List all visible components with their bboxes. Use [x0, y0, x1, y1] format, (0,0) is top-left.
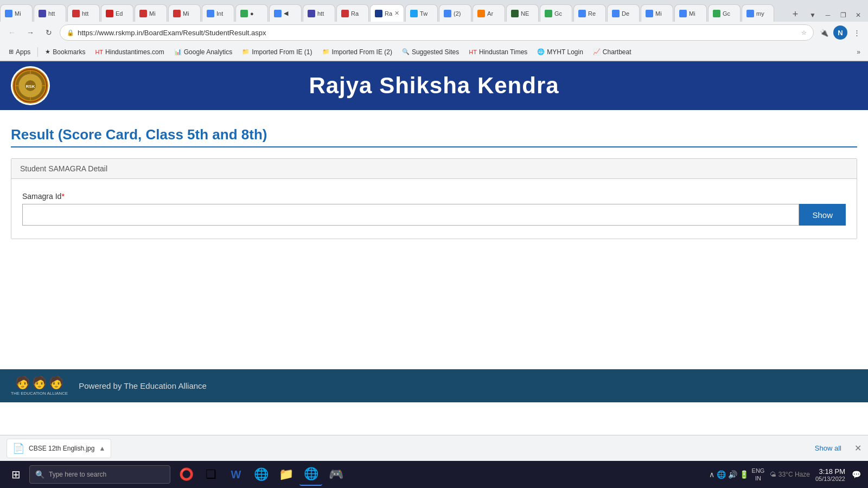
systray: ∧ 🌐 🔊 🔋 [709, 470, 749, 479]
taskbar-app-task-view[interactable]: ❑ [200, 463, 222, 486]
taskbar-app-5[interactable]: 🌐 [250, 463, 272, 486]
footer-figure-1: 🧑 [15, 376, 30, 390]
clock-date: 05/13/2022 [815, 476, 845, 482]
star-icon[interactable]: ☆ [801, 29, 807, 36]
notification-button[interactable]: 💬 [848, 467, 864, 482]
taskbar-app-chrome[interactable]: 🌐 [299, 463, 322, 486]
tab-favicon-3 [72, 10, 80, 17]
tab-10[interactable]: htt [303, 4, 335, 22]
battery-icon[interactable]: 🔋 [739, 470, 749, 479]
bookmark-google-analytics[interactable]: 📊 Google Analytics [170, 47, 237, 57]
tab-14[interactable]: (2) [439, 4, 471, 22]
extensions-button[interactable]: 🔌 [817, 25, 831, 40]
show-button[interactable]: Show [799, 204, 846, 226]
start-button[interactable]: ⊞ [4, 463, 27, 486]
taskbar-search-text: Type here to search [49, 471, 106, 478]
tab-favicon-18 [578, 10, 586, 17]
bookmark-hindustantimes-label: Hindustantimes.com [105, 48, 164, 56]
reload-button[interactable]: ↻ [41, 25, 56, 40]
bookmark-apps-label: Apps [16, 48, 30, 56]
bookmark-myht-label: MYHT Login [547, 48, 583, 56]
search-bar[interactable]: 🔍 Type here to search [29, 465, 170, 484]
bookmark-ie1-label: Imported From IE (1) [252, 48, 312, 56]
taskbar-app-file-explorer[interactable]: 📁 [275, 463, 297, 486]
form-section-header: Student SAMAGRA Detail [11, 159, 857, 179]
tab-1[interactable]: Mi [0, 4, 33, 22]
url-bar[interactable]: 🔒 https://www.rskmp.in/BoardExam/Result/… [60, 24, 814, 41]
tab-favicon-11 [341, 10, 349, 17]
tab-19[interactable]: De [607, 4, 640, 22]
download-show-all-button[interactable]: Show all [810, 442, 846, 454]
word-icon: W [231, 468, 241, 481]
close-button[interactable]: ✕ [852, 9, 865, 22]
tab-list-button[interactable]: ▼ [806, 9, 819, 22]
tab-6[interactable]: Mi [168, 4, 201, 22]
taskbar-app-cortana[interactable]: ⭕ [175, 463, 197, 486]
forward-button[interactable]: → [23, 25, 38, 40]
bookmark-imported-ie1[interactable]: 📁 Imported From IE (1) [238, 47, 316, 57]
tab-5[interactable]: Mi [135, 4, 167, 22]
tab-11[interactable]: Ra [336, 4, 369, 22]
download-close-button[interactable]: ✕ [854, 443, 861, 453]
taskbar-app-7[interactable]: 🎮 [324, 463, 347, 486]
bookmark-bookmarks[interactable]: ★ Bookmarks [41, 47, 90, 57]
tab-20[interactable]: Mi [641, 4, 673, 22]
tab-22[interactable]: Gc [708, 4, 741, 22]
bookmarks-bar: ⊞ Apps ★ Bookmarks HT Hindustantimes.com… [0, 43, 868, 61]
tab-favicon-23 [746, 10, 754, 17]
tab-label-7: Int [216, 10, 229, 17]
bookmark-apps[interactable]: ⊞ Apps [4, 47, 35, 57]
download-filename: CBSE 12th English.jpg [29, 445, 94, 452]
restore-button[interactable]: ❐ [837, 9, 850, 22]
tab-17[interactable]: Gc [540, 4, 572, 22]
tab-7[interactable]: Int [202, 4, 234, 22]
tab-3[interactable]: htt [67, 4, 100, 22]
network-icon[interactable]: 🌐 [717, 470, 726, 479]
show-hidden-icon[interactable]: ∧ [709, 470, 714, 479]
tab-18[interactable]: Re [573, 4, 606, 22]
taskbar-right: ∧ 🌐 🔊 🔋 ENG IN 🌤 33°C Haze 3:18 PM 05/13… [709, 467, 864, 483]
tab-favicon-20 [646, 10, 653, 17]
volume-icon[interactable]: 🔊 [728, 470, 737, 479]
tab-label-16: NE [521, 10, 534, 17]
footer-logo: 🧑 🧑 🧑 THE EDUCATION ALLIANCE [11, 376, 68, 396]
taskbar-clock[interactable]: 3:18 PM 05/13/2022 [815, 467, 845, 482]
minimize-button[interactable]: ─ [821, 9, 834, 22]
samagra-form-group: Samagra Id* Show [22, 192, 846, 226]
download-chevron-icon[interactable]: ▲ [99, 445, 105, 452]
tab-label-2: htt [48, 10, 61, 17]
page-content: RSK Rajya Shiksha Kendra Result (Score C… [0, 61, 868, 402]
footer-logo-text: THE EDUCATION ALLIANCE [11, 391, 68, 396]
tab-12-active[interactable]: Ra ✕ [370, 4, 404, 22]
back-button[interactable]: ← [4, 25, 20, 40]
language-indicator[interactable]: ENG IN [752, 467, 765, 483]
tab-bar: Mi htt htt Ed Mi Mi [0, 0, 868, 22]
tab-close-12[interactable]: ✕ [394, 10, 399, 17]
tab-13[interactable]: Tw [405, 4, 438, 22]
bookmark-separator-1 [37, 47, 38, 57]
new-tab-button[interactable]: + [788, 7, 803, 22]
taskbar-app-word[interactable]: W [225, 463, 247, 486]
tab-4[interactable]: Ed [101, 4, 133, 22]
tab-9[interactable]: ◀ [269, 4, 302, 22]
bookmark-suggested-sites[interactable]: 🔍 Suggested Sites [398, 47, 463, 57]
bookmark-hindustantimes[interactable]: HT Hindustantimes.com [91, 47, 168, 57]
more-button[interactable]: ⋮ [850, 25, 864, 40]
url-text: https://www.rskmp.in/BoardExam/Result/St… [78, 29, 798, 37]
tab-8[interactable]: ● [235, 4, 268, 22]
bookmark-myht-login[interactable]: 🌐 MYHT Login [533, 47, 587, 57]
svg-text:RSK: RSK [26, 84, 35, 89]
tab-23[interactable]: my [742, 4, 774, 22]
samagra-input[interactable] [22, 204, 799, 226]
task-view-icon: ❑ [206, 467, 216, 481]
tab-16[interactable]: NE [506, 4, 539, 22]
bookmark-imported-ie2[interactable]: 📁 Imported From IE (2) [318, 47, 397, 57]
tab-21[interactable]: Mi [674, 4, 707, 22]
profile-button[interactable]: N [833, 25, 847, 40]
bookmarks-more-button[interactable]: » [853, 47, 864, 57]
tab-15[interactable]: Ar [473, 4, 505, 22]
folder-ie1-icon: 📁 [242, 48, 250, 55]
bookmark-chartbeat[interactable]: 📈 Chartbeat [589, 47, 636, 57]
tab-2[interactable]: htt [34, 4, 66, 22]
bookmark-hindustan-times[interactable]: HT Hindustan Times [464, 47, 532, 57]
